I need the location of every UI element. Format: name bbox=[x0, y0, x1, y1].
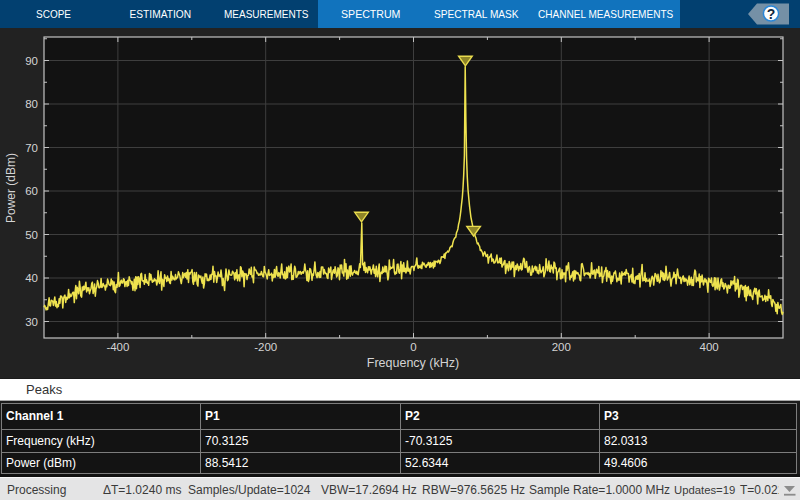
svg-text:50: 50 bbox=[25, 229, 38, 241]
svg-text:90: 90 bbox=[25, 55, 38, 67]
svg-text:-400: -400 bbox=[106, 341, 129, 353]
svg-text:Frequency (kHz): Frequency (kHz) bbox=[367, 356, 459, 370]
svg-text:70: 70 bbox=[25, 142, 38, 154]
svg-text:200: 200 bbox=[552, 341, 571, 353]
svg-text:40: 40 bbox=[25, 272, 38, 284]
svg-text:30: 30 bbox=[25, 316, 38, 328]
svg-text:400: 400 bbox=[700, 341, 719, 353]
svg-text:60: 60 bbox=[25, 185, 38, 197]
svg-text:0: 0 bbox=[410, 341, 416, 353]
svg-text:-200: -200 bbox=[254, 341, 277, 353]
svg-text:80: 80 bbox=[25, 98, 38, 110]
svg-text:Power (dBm): Power (dBm) bbox=[4, 153, 18, 223]
